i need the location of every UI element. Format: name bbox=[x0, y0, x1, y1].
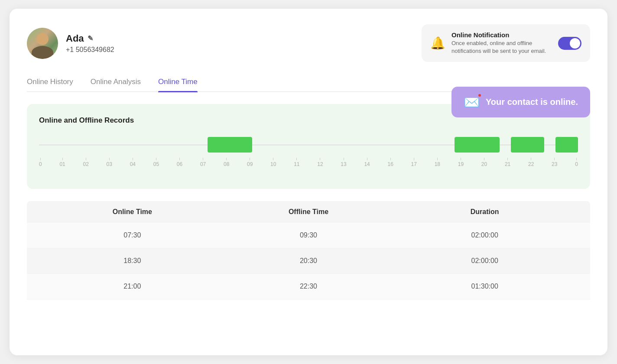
timeline-label: 18 bbox=[435, 158, 440, 167]
timeline-segment bbox=[208, 137, 253, 153]
table-header-offline-time: Offline Time bbox=[221, 208, 397, 216]
timeline-segment bbox=[511, 137, 545, 153]
table-row: 18:3020:3002:00:00 bbox=[27, 248, 590, 274]
timeline-label: 10 bbox=[270, 158, 276, 167]
tab-online-analysis[interactable]: Online Analysis bbox=[91, 78, 141, 91]
timeline-label: 0 bbox=[575, 158, 578, 167]
timeline-label: 19 bbox=[458, 158, 464, 167]
avatar bbox=[27, 28, 58, 59]
timeline-label: 16 bbox=[388, 158, 393, 167]
table-cell-online: 07:30 bbox=[44, 231, 221, 239]
header: Ada ✎ +1 5056349682 🔔 Online Notificatio… bbox=[27, 24, 590, 62]
table-cell-offline: 22:30 bbox=[221, 283, 397, 290]
timeline-label: 22 bbox=[528, 158, 534, 167]
timeline-label: 08 bbox=[224, 158, 229, 167]
notification-toggle[interactable] bbox=[558, 37, 581, 50]
timeline-segment bbox=[455, 137, 500, 153]
bell-icon: 🔔 bbox=[430, 36, 445, 50]
edit-icon[interactable]: ✎ bbox=[88, 34, 93, 42]
name-text: Ada bbox=[66, 33, 84, 44]
table-body: 07:3009:3002:00:0018:3020:3002:00:0021:0… bbox=[27, 223, 590, 299]
timeline-label: 03 bbox=[107, 158, 112, 167]
online-banner: ✉️ Your contact is online. bbox=[451, 87, 590, 117]
notification-card: 🔔 Online Notification Once enabled, onli… bbox=[422, 24, 590, 62]
chart-title: Online and Offline Records bbox=[39, 116, 578, 125]
timeline-label: 13 bbox=[341, 158, 346, 167]
notification-title: Online Notification bbox=[451, 31, 547, 39]
timeline-label: 23 bbox=[552, 158, 557, 167]
profile-phone: +1 5056349682 bbox=[66, 46, 114, 54]
table-cell-offline: 20:30 bbox=[221, 257, 397, 265]
timeline-label: 12 bbox=[317, 158, 323, 167]
timeline-labels: 0010203040506070809101112131416171819202… bbox=[39, 158, 578, 167]
table-header-duration: Duration bbox=[396, 208, 573, 216]
table-section: Online Time Offline Time Duration 07:300… bbox=[27, 201, 590, 299]
online-banner-text: Your contact is online. bbox=[486, 97, 578, 107]
notification-description: Once enabled, online and offline notific… bbox=[451, 39, 547, 55]
timeline-label: 06 bbox=[177, 158, 182, 167]
timeline-bar-area bbox=[39, 135, 578, 154]
table-cell-duration: 02:00:00 bbox=[396, 257, 573, 265]
timeline-label: 17 bbox=[411, 158, 417, 167]
email-icon: ✉️ bbox=[464, 94, 480, 110]
table-row: 07:3009:3002:00:00 bbox=[27, 223, 590, 248]
tab-online-history[interactable]: Online History bbox=[27, 78, 73, 91]
table-cell-duration: 01:30:00 bbox=[396, 283, 573, 290]
table-cell-duration: 02:00:00 bbox=[396, 231, 573, 239]
timeline-container: 0010203040506070809101112131416171819202… bbox=[39, 135, 578, 180]
notification-text: Online Notification Once enabled, online… bbox=[451, 31, 547, 55]
timeline-label: 01 bbox=[59, 158, 65, 167]
profile-name: Ada ✎ bbox=[66, 33, 114, 44]
timeline-label: 20 bbox=[481, 158, 487, 167]
timeline-label: 09 bbox=[247, 158, 253, 167]
table-header-online-time: Online Time bbox=[44, 208, 221, 216]
timeline-label: 04 bbox=[130, 158, 136, 167]
timeline-label: 11 bbox=[294, 158, 299, 167]
timeline-label: 07 bbox=[200, 158, 206, 167]
table-row: 21:0022:3001:30:00 bbox=[27, 274, 590, 299]
table-cell-offline: 09:30 bbox=[221, 231, 397, 239]
profile-section: Ada ✎ +1 5056349682 bbox=[27, 28, 114, 59]
timeline-label: 05 bbox=[153, 158, 159, 167]
tab-online-time[interactable]: Online Time bbox=[158, 78, 198, 91]
timeline-label: 0 bbox=[39, 158, 42, 167]
timeline-label: 14 bbox=[364, 158, 370, 167]
main-card: Ada ✎ +1 5056349682 🔔 Online Notificatio… bbox=[10, 9, 607, 355]
timeline-label: 02 bbox=[83, 158, 88, 167]
timeline-segment bbox=[555, 137, 578, 153]
table-cell-online: 21:00 bbox=[44, 283, 221, 290]
table-header-row: Online Time Offline Time Duration bbox=[27, 201, 590, 223]
table-cell-online: 18:30 bbox=[44, 257, 221, 265]
avatar-image bbox=[27, 28, 58, 59]
timeline-label: 21 bbox=[505, 158, 510, 167]
profile-info: Ada ✎ +1 5056349682 bbox=[66, 33, 114, 54]
email-notification-dot bbox=[477, 93, 482, 98]
